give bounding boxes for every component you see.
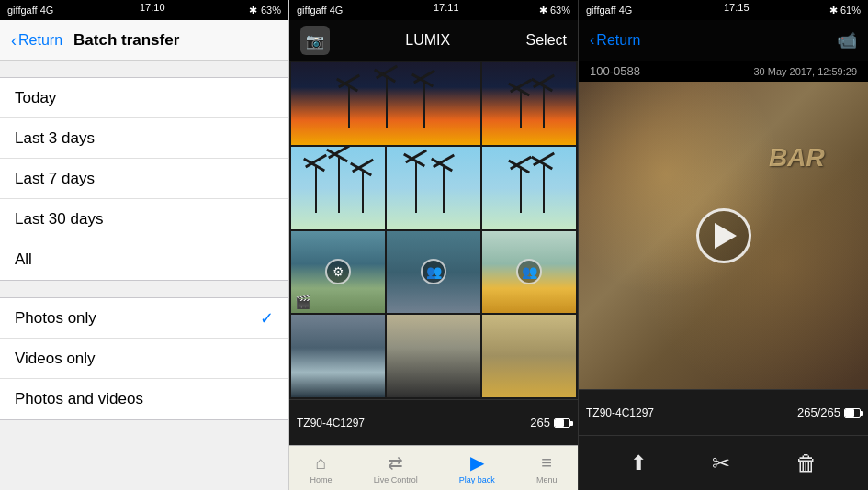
status-bar-1: giffgaff 4G 17:10 ✱ 63% — [0, 0, 288, 20]
time-2: 17:11 — [434, 2, 459, 13]
tab-menu[interactable]: ≡ Menu — [536, 452, 558, 484]
carrier-1: giffgaff — [7, 5, 38, 16]
scissors-button[interactable]: ✂ — [712, 451, 730, 476]
nav-bar-1: ‹ Return Batch transfer — [0, 20, 288, 61]
network-3: 4G — [619, 5, 633, 16]
grid-cell-6[interactable]: ⚙ 🎬 — [291, 231, 385, 314]
filter-all[interactable]: All — [0, 239, 288, 280]
back-button-3[interactable]: ‹ Return — [590, 32, 640, 49]
chevron-left-icon-3: ‹ — [590, 32, 594, 49]
network-1: 4G — [40, 5, 54, 16]
tab-bar: ⌂ Home ⇄ Live Control ▶ Play back ≡ Menu — [289, 445, 578, 490]
filter-last3[interactable]: Last 3 days — [0, 118, 288, 159]
panel-lumix-gallery: giffgaff 4G 17:11 ✱ 63% 📷 LUMIX Select — [289, 0, 579, 490]
camera-icon: 📷 — [306, 32, 324, 50]
checkmark-icon: ✓ — [260, 308, 274, 329]
playback-icon: ▶ — [470, 451, 484, 473]
grid-cell-11[interactable] — [482, 315, 576, 397]
menu-icon: ≡ — [541, 452, 552, 473]
circle-icon-3: 👥 — [516, 259, 542, 284]
grid-cell-3[interactable] — [291, 147, 385, 229]
carrier-3: giffgaff — [586, 5, 616, 16]
divider-1 — [0, 281, 288, 297]
filter-photos-and-videos[interactable]: Photos and videos — [0, 379, 288, 419]
time-1: 17:10 — [140, 2, 165, 13]
bluetooth-1: ✱ — [249, 5, 257, 17]
delete-button[interactable]: 🗑 — [795, 451, 817, 476]
status-bar-right-3: ✱ 61% — [829, 5, 861, 17]
time-3: 17:15 — [724, 2, 750, 13]
play-button-overlay[interactable] — [696, 208, 751, 263]
tab-home[interactable]: ⌂ Home — [310, 452, 333, 484]
battery-3: 61% — [840, 5, 861, 16]
bluetooth-3: ✱ — [829, 5, 838, 16]
preview-header: ‹ Return 📹 — [579, 20, 868, 61]
select-button[interactable]: Select — [526, 32, 567, 49]
camera-mode-button[interactable]: 📷 — [300, 26, 330, 55]
status-bar-left: giffgaff 4G — [7, 5, 53, 16]
grid-cell-5[interactable] — [482, 147, 576, 229]
play-triangle-icon — [715, 223, 737, 249]
import-button[interactable]: ⬆ — [630, 451, 647, 475]
network-2: 4G — [330, 5, 344, 16]
video-badge-1: 🎬 — [295, 295, 310, 309]
gallery-footer: TZ90-4C1297 265 — [289, 399, 578, 445]
video-preview-image[interactable]: BAR — [579, 82, 868, 389]
tab-live-control[interactable]: ⇄ Live Control — [374, 451, 418, 484]
bar-text: BAR — [769, 143, 825, 173]
home-icon: ⌂ — [316, 452, 327, 473]
grid-cell-9[interactable] — [291, 315, 385, 397]
tab-home-label: Home — [310, 475, 333, 484]
carrier-2: giffgaff — [297, 5, 327, 16]
preview-footer: TZ90-4C1297 265/265 — [579, 389, 868, 435]
preview-count: 265/265 — [797, 406, 861, 419]
filter-last7[interactable]: Last 7 days — [0, 159, 288, 199]
grid-cell-10[interactable] — [387, 315, 480, 397]
filter-last30[interactable]: Last 30 days — [0, 199, 288, 239]
status-bar-right-1: ✱ 63% — [249, 5, 281, 17]
tab-playback-label: Play back — [459, 475, 495, 484]
footer-count: 265 — [530, 416, 570, 429]
grid-cell-7[interactable]: 👥 — [387, 231, 480, 314]
time-filter-group: Today Last 3 days Last 7 days Last 30 da… — [0, 77, 288, 281]
panel-batch-transfer: giffgaff 4G 17:10 ✱ 63% ‹ Return Batch t… — [0, 0, 289, 490]
nav-title-1: Batch transfer — [73, 31, 179, 50]
media-filter-group: Photos only ✓ Videos only Photos and vid… — [0, 297, 288, 420]
status-bar-left-3: giffgaff 4G — [586, 5, 632, 16]
tab-menu-label: Menu — [536, 475, 558, 484]
chevron-left-icon-1: ‹ — [11, 32, 17, 49]
footer-device-label: TZ90-4C1297 — [297, 417, 365, 429]
action-bar: ⬆ ✂ 🗑 — [579, 435, 868, 490]
grid-cell-8[interactable]: 👥 — [482, 231, 576, 314]
status-bar-left-2: giffgaff 4G — [297, 5, 343, 16]
battery-icon-sm-3 — [844, 408, 861, 418]
tab-playback[interactable]: ▶ Play back — [459, 451, 495, 484]
date-label: 30 May 2017, 12:59:29 — [753, 66, 857, 77]
filter-photos-only[interactable]: Photos only ✓ — [0, 298, 288, 339]
device-name-label: LUMIX — [330, 32, 526, 49]
preview-meta: 100-0588 30 May 2017, 12:59:29 — [579, 61, 868, 82]
status-bar-3: giffgaff 4G 17:15 ✱ 61% — [579, 0, 868, 20]
camera-icon-3: 📹 — [837, 30, 857, 50]
status-bar-2: giffgaff 4G 17:11 ✱ 63% — [289, 0, 578, 20]
circle-icon-2: 👥 — [421, 259, 446, 284]
live-control-icon: ⇄ — [388, 451, 403, 473]
battery-2: 63% — [550, 5, 570, 16]
circle-icon-1: ⚙ — [325, 259, 351, 284]
photo-grid: ⚙ 🎬 👥 👥 — [289, 61, 578, 399]
panel-video-preview: giffgaff 4G 17:15 ✱ 61% ‹ Return 📹 100-0… — [579, 0, 868, 490]
status-bar-right-2: ✱ 63% — [539, 5, 570, 17]
back-button-1[interactable]: ‹ Return — [11, 32, 62, 49]
grid-cell-2[interactable] — [482, 62, 576, 145]
back-label-3: Return — [596, 32, 640, 49]
tab-live-label: Live Control — [374, 475, 418, 484]
grid-cell-4[interactable] — [387, 147, 480, 229]
filter-videos-only[interactable]: Videos only — [0, 339, 288, 379]
grid-cell-1[interactable] — [291, 62, 480, 145]
preview-device-label: TZ90-4C1297 — [586, 406, 654, 419]
battery-1: 63% — [261, 5, 281, 16]
folder-label: 100-0588 — [590, 64, 640, 78]
filter-today[interactable]: Today — [0, 78, 288, 118]
gallery-header: 📷 LUMIX Select — [289, 20, 578, 61]
bluetooth-2: ✱ — [539, 5, 547, 16]
